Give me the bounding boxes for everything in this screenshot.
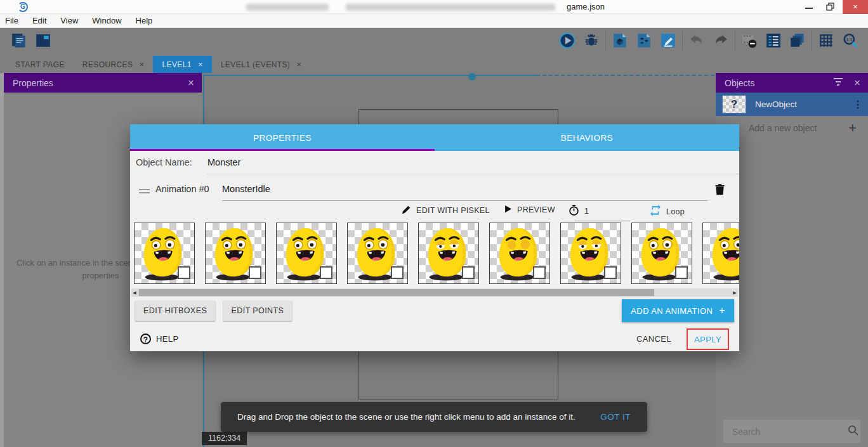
play-icon[interactable] xyxy=(558,31,576,50)
delete-animation-trash-icon[interactable] xyxy=(713,183,727,198)
loop-label: Loop xyxy=(666,207,685,216)
add-object-label: Add a new object xyxy=(749,123,848,133)
undo-icon[interactable] xyxy=(688,31,706,50)
edit-scene-icon[interactable] xyxy=(659,31,677,50)
close-panel-icon[interactable]: × xyxy=(188,77,194,89)
time-between-frames-field[interactable]: 1 xyxy=(568,204,589,218)
scroll-right-icon[interactable]: ▶ xyxy=(732,290,738,295)
help-button[interactable]: ? HELP xyxy=(140,334,179,344)
close-panel-icon[interactable]: × xyxy=(854,77,860,89)
dialog-footer: ? HELP CANCEL APPLY xyxy=(130,327,739,351)
object-editor-dialog: PROPERTIES BEHAVIORS Object Name: Monste… xyxy=(130,124,739,351)
project-manager-icon[interactable] xyxy=(10,31,28,50)
menu-item-window[interactable]: Window xyxy=(92,16,121,25)
snackbar-tooltip: Drag and Drop the object to the scene or… xyxy=(221,402,647,432)
redacted-title-text xyxy=(346,4,555,11)
tab-resources[interactable]: RESOURCES× xyxy=(74,56,154,73)
add-icon[interactable]: + xyxy=(848,120,857,136)
animation-name-input[interactable]: MonsterIdle xyxy=(222,184,270,194)
tab-start-page[interactable]: START PAGE xyxy=(6,56,74,73)
animation-frame-8[interactable] xyxy=(702,223,739,284)
canvas-border-dashed xyxy=(536,75,721,76)
monster-sprite xyxy=(703,224,739,282)
cursor-coordinates: 1162;334 xyxy=(202,432,247,445)
object-thumbnail-question-icon: ? xyxy=(722,95,746,113)
redo-icon[interactable] xyxy=(712,31,730,50)
tab-close-icon[interactable]: × xyxy=(296,60,301,69)
filter-icon[interactable] xyxy=(832,77,844,89)
toolbar: 1:1 xyxy=(0,28,868,56)
animation-frame-1[interactable] xyxy=(205,223,266,284)
edit-with-piskel-button[interactable]: EDIT WITH PISKEL xyxy=(401,204,490,217)
apply-highlight-box: APPLY xyxy=(687,328,729,350)
tab-properties[interactable]: PROPERTIES xyxy=(130,124,435,151)
object-search-box[interactable] xyxy=(723,420,860,443)
add-animation-button[interactable]: ADD AN ANIMATION+ xyxy=(622,299,734,322)
edit-points-button[interactable]: EDIT POINTS xyxy=(223,301,293,321)
time-between-frames-value[interactable]: 1 xyxy=(584,207,589,216)
object-list-item[interactable]: ? NewObject ⋮ xyxy=(716,93,868,116)
toolbar-left-group xyxy=(5,31,57,50)
edit-hitboxes-button[interactable]: EDIT HITBOXES xyxy=(135,301,215,321)
minimize-button[interactable] xyxy=(798,0,820,14)
input-underline xyxy=(574,221,630,221)
object-name-field-label: Object Name: xyxy=(136,157,192,167)
close-window-button[interactable]: × xyxy=(843,0,868,14)
title-bar: G game.json × xyxy=(0,0,868,14)
loop-icon xyxy=(649,204,662,219)
animation-frame-6[interactable] xyxy=(560,223,621,284)
toolbar-right-group: 1:1 xyxy=(553,31,864,50)
add-icon: + xyxy=(719,305,725,316)
object-name-input[interactable]: Monster xyxy=(207,157,240,167)
menu-item-view[interactable]: View xyxy=(60,16,78,25)
zoom-original-icon[interactable]: 1:1 xyxy=(841,31,859,50)
menu-item-help[interactable]: Help xyxy=(136,16,153,25)
instances-list-icon[interactable] xyxy=(765,31,782,50)
animation-controls-row: EDIT WITH PISKEL PREVIEW 1 Loop xyxy=(130,204,739,222)
layers-icon[interactable] xyxy=(789,31,806,50)
panel-resize-gutter[interactable] xyxy=(0,73,4,447)
apply-button[interactable]: APPLY xyxy=(694,335,721,344)
cancel-button[interactable]: CANCEL xyxy=(636,334,671,344)
preview-label: PREVIEW xyxy=(517,205,555,214)
animation-frame-7[interactable] xyxy=(631,223,692,284)
menu-item-edit[interactable]: Edit xyxy=(32,16,46,25)
animation-frame-4[interactable] xyxy=(418,223,479,284)
scene-editor-icon[interactable] xyxy=(34,31,52,50)
got-it-button[interactable]: GOT IT xyxy=(600,412,631,422)
search-input[interactable] xyxy=(732,427,847,437)
canvas-drag-handle[interactable] xyxy=(468,73,476,81)
tab-close-icon[interactable]: × xyxy=(198,60,203,69)
object-name-label: NewObject xyxy=(755,100,844,109)
preview-button[interactable]: PREVIEW xyxy=(503,204,555,216)
tab-level1-events[interactable]: LEVEL1 (EVENTS)× xyxy=(212,56,310,73)
scrollbar-thumb[interactable] xyxy=(139,289,654,296)
animation-frame-3[interactable] xyxy=(347,223,408,284)
dialog-tab-bar: PROPERTIES BEHAVIORS xyxy=(130,124,739,151)
play-small-icon xyxy=(503,204,513,216)
animation-frame-5[interactable] xyxy=(489,223,550,284)
tab-behaviors[interactable]: BEHAVIORS xyxy=(435,124,739,151)
animation-frame-2[interactable] xyxy=(276,223,337,284)
object-menu-dots-icon[interactable]: ⋮ xyxy=(853,98,863,110)
add-objects-icon[interactable] xyxy=(635,31,653,50)
drag-handle-icon[interactable] xyxy=(139,187,150,195)
add-object-icon[interactable] xyxy=(611,31,629,50)
delete-instances-icon[interactable] xyxy=(740,31,758,50)
frames-scrollbar[interactable]: ◀ ▶ xyxy=(131,288,738,297)
menu-item-file[interactable]: File xyxy=(5,16,18,25)
tab-label: START PAGE xyxy=(15,60,65,69)
debug-icon[interactable] xyxy=(582,31,600,50)
restore-button[interactable] xyxy=(820,0,841,14)
tab-label: RESOURCES xyxy=(82,60,133,69)
tab-close-icon[interactable]: × xyxy=(139,60,144,69)
frame-corner-handle xyxy=(178,266,190,279)
tab-level1[interactable]: LEVEL1× xyxy=(153,56,211,73)
loop-toggle[interactable]: Loop xyxy=(649,204,685,219)
animation-frame-0[interactable] xyxy=(134,223,195,284)
scroll-left-icon[interactable]: ◀ xyxy=(131,290,138,295)
object-name-row: Object Name: Monster xyxy=(136,157,733,176)
canvas-border xyxy=(203,75,536,76)
window-title: game.json xyxy=(567,2,605,11)
grid-icon[interactable] xyxy=(817,31,835,50)
